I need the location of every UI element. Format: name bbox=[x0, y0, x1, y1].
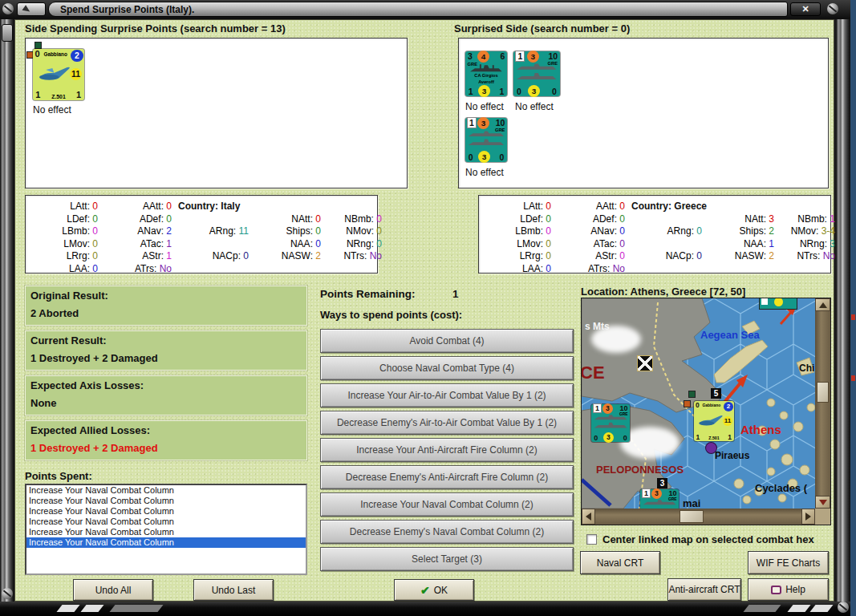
stat-naa: NAA: 0 bbox=[249, 238, 321, 251]
stat-ships: Ships: 0 bbox=[249, 225, 321, 238]
unit-counter-gabbiano[interactable]: 0 Gabbiano 2 11 1 Z.501 1 bbox=[33, 49, 84, 100]
map-label-athens: Athens bbox=[740, 423, 781, 436]
stat-laa: LAA: 0 bbox=[482, 263, 551, 276]
unit-marker-orange bbox=[684, 401, 690, 407]
port-marker bbox=[706, 443, 716, 453]
center-map-checkbox-label[interactable]: Center linked map on selected combat hex bbox=[602, 533, 814, 545]
stats-panel-italy: LAtt: 0 AAtt: 0 Country: Italy LDef: 0 A… bbox=[25, 195, 378, 274]
result-value: 2 Aborted bbox=[30, 307, 79, 319]
stat-lbmb: LBmb: 0 bbox=[29, 225, 98, 238]
list-item[interactable]: Increase Your Naval Combat Column bbox=[26, 506, 306, 517]
combat-hex-icon[interactable] bbox=[637, 355, 653, 371]
convoy-ships-icon bbox=[467, 128, 505, 148]
stat-ships: Ships: 2 bbox=[702, 225, 774, 238]
points-spent-listbox[interactable]: Increase Your Naval Combat Column Increa… bbox=[25, 484, 307, 575]
map-label-aegean-sea: Aegean Sea bbox=[700, 329, 760, 341]
button-label: Undo All bbox=[95, 585, 132, 596]
unit-counter-convoy-1[interactable]: 1 3 10 GRE 0 3 0 bbox=[513, 51, 560, 96]
scroll-up-button[interactable] bbox=[815, 298, 830, 311]
unit-counter-convoy-2[interactable]: 1 3 10 GRE 0 3 0 bbox=[465, 118, 507, 162]
increase-aa-fire-column-button[interactable]: Increase Your Anti-Aircraft Fire Column … bbox=[320, 438, 574, 462]
naval-crt-button[interactable]: Naval CRT bbox=[580, 551, 660, 574]
result-value: None bbox=[30, 397, 57, 409]
unit-counter-partial[interactable] bbox=[760, 298, 797, 309]
choose-naval-combat-type-button[interactable]: Choose Naval Combat Type (4) bbox=[320, 356, 574, 380]
list-item[interactable]: Increase Your Naval Combat Column bbox=[26, 527, 306, 537]
triangle-icon bbox=[22, 5, 32, 14]
unit-value-circle: 3 bbox=[527, 51, 539, 63]
list-item[interactable]: Increase Your Naval Combat Column bbox=[26, 496, 306, 506]
unit-value-circle: 3 bbox=[528, 85, 540, 97]
unit-value: 1 bbox=[594, 404, 601, 412]
undo-last-button[interactable]: Undo Last bbox=[193, 579, 274, 601]
map-viewport[interactable]: s Mts CE Aegean Sea Chi Athens Piraeus P… bbox=[582, 298, 815, 509]
unit-value-circle: 3 bbox=[603, 432, 614, 443]
mini-map[interactable]: s Mts CE Aegean Sea Chi Athens Piraeus P… bbox=[581, 298, 831, 525]
stat-nacp: NACp: 0 bbox=[172, 250, 249, 263]
decrease-enemy-naval-combat-column-button[interactable]: Decrease Enemy's Naval Combat Column (2) bbox=[320, 520, 574, 544]
unit-effect-label: No effect bbox=[465, 101, 504, 112]
unit-value: 1 bbox=[500, 87, 505, 96]
result-title: Expected Axis Losses: bbox=[30, 379, 144, 391]
unit-value: 0 bbox=[623, 434, 627, 442]
avoid-combat-button[interactable]: Avoid Combat (4) bbox=[320, 329, 574, 353]
unit-value-circle: 2 bbox=[724, 402, 733, 411]
points-remaining-value: 1 bbox=[452, 288, 459, 300]
tread-mark bbox=[787, 605, 810, 612]
anti-aircraft-crt-button[interactable]: Anti-aircraft CRT bbox=[667, 578, 741, 601]
scroll-down-button[interactable] bbox=[815, 496, 830, 509]
scroll-left-button[interactable] bbox=[582, 509, 595, 525]
window-menu-button[interactable] bbox=[17, 2, 46, 16]
tread-mark bbox=[80, 605, 103, 612]
help-book-icon bbox=[771, 586, 781, 594]
map-label-chios: Chi bbox=[799, 363, 814, 374]
stat-lrrg: LRrg: 0 bbox=[482, 250, 551, 263]
map-unit-counter-convoy[interactable]: 1 3 10 GRE 0 3 0 bbox=[591, 404, 630, 442]
map-unit-counter-convoy-2[interactable]: 1 3 10 GRE bbox=[640, 489, 679, 509]
horizontal-scroll-thumb[interactable] bbox=[680, 510, 704, 523]
unit-value: 6 bbox=[501, 51, 505, 61]
tread-mark bbox=[109, 605, 163, 612]
unit-value: 1 bbox=[643, 489, 650, 497]
convoy-ships-icon bbox=[642, 498, 677, 509]
unit-value: 0 bbox=[35, 49, 40, 59]
increase-air-to-air-button[interactable]: Increase Your Air-to-Air Combat Value By… bbox=[320, 383, 574, 407]
unit-effect-label: No effect bbox=[33, 104, 71, 116]
list-item[interactable]: Increase Your Naval Combat Column bbox=[26, 485, 306, 496]
unit-counter-averoff[interactable]: 3 4 6 GRE CA Girgios Averoff 1 3 1 bbox=[465, 51, 507, 96]
increase-naval-combat-column-button[interactable]: Increase Your Naval Combat Column (2) bbox=[320, 492, 574, 517]
list-item[interactable]: Increase Your Naval Combat Column bbox=[26, 517, 306, 527]
stat-anav: ANav: 2 bbox=[98, 225, 172, 238]
center-map-checkbox[interactable] bbox=[586, 534, 597, 545]
ok-button[interactable]: ✔ OK bbox=[394, 579, 474, 601]
unit-value: 0 bbox=[500, 152, 505, 162]
close-button[interactable]: ✕ bbox=[790, 2, 821, 16]
scroll-right-button[interactable] bbox=[801, 509, 815, 525]
stat-anav: ANav: 0 bbox=[551, 225, 625, 238]
screen: Spend Surprise Points (Italy). ✕ Side Sp… bbox=[0, 0, 856, 616]
map-vertical-scrollbar[interactable] bbox=[815, 298, 830, 509]
stat-laa: LAA: 0 bbox=[29, 263, 98, 276]
map-unit-counter-gabbiano[interactable]: 0 Gabbiano 2 11 1 Z.501 1 bbox=[694, 401, 734, 441]
map-horizontal-scrollbar[interactable] bbox=[582, 509, 815, 525]
select-target-button[interactable]: Select Target (3) bbox=[320, 547, 574, 571]
stat-latt: LAtt: 0 bbox=[29, 201, 98, 213]
unit-value-circle: 3 bbox=[477, 117, 489, 129]
unit-value-circle: 4 bbox=[477, 51, 489, 63]
expected-axis-losses-box: Expected Axis Losses: None bbox=[25, 375, 307, 415]
unit-value: 3 bbox=[468, 51, 473, 61]
help-button[interactable]: Help bbox=[748, 578, 829, 601]
button-label: Anti-aircraft CRT bbox=[668, 584, 740, 595]
stat-aatt: AAtt: 0 bbox=[551, 201, 625, 213]
screw-icon bbox=[2, 3, 14, 14]
wif-fe-charts-button[interactable]: WIF FE Charts bbox=[748, 551, 829, 574]
window-frame-left bbox=[0, 19, 14, 602]
unit-value: 10 bbox=[669, 489, 677, 497]
list-item-selected[interactable]: Increase Your Naval Combat Column bbox=[26, 537, 306, 548]
decrease-enemy-aa-fire-column-button[interactable]: Decrease Enemy's Anti-Aircraft Fire Colu… bbox=[320, 465, 574, 489]
unit-value: 0 bbox=[469, 152, 473, 162]
vertical-scroll-thumb[interactable] bbox=[817, 382, 829, 403]
surprised-units-panel: 3 4 6 GRE CA Girgios Averoff 1 3 1 No ef… bbox=[458, 38, 829, 188]
undo-all-button[interactable]: Undo All bbox=[73, 579, 153, 601]
decrease-enemy-air-to-air-button[interactable]: Decrease Enemy's Air-to-Air Combat Value… bbox=[320, 411, 574, 435]
